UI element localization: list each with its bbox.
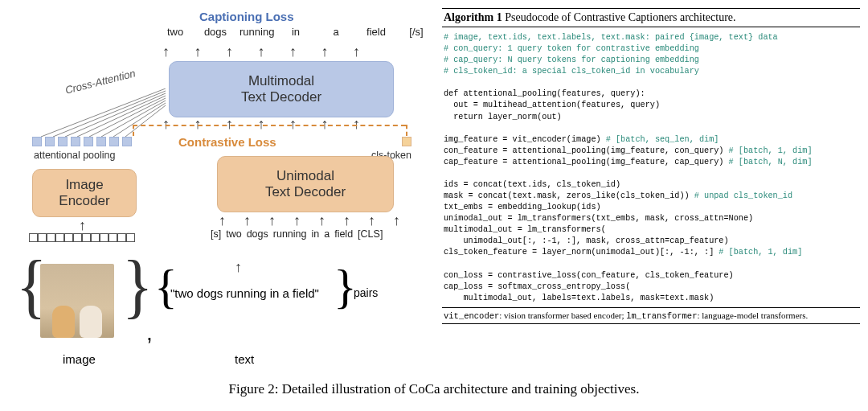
attentional-pooling-label: attentional pooling xyxy=(34,150,115,161)
algorithm-code: # image, text.ids, text.labels, text.mas… xyxy=(442,27,860,308)
svg-line-1 xyxy=(53,91,166,137)
out-tok-4: a xyxy=(320,26,352,38)
svg-line-3 xyxy=(77,96,166,137)
svg-line-0 xyxy=(41,88,166,137)
in-tok-2: dogs xyxy=(247,228,268,240)
example-caption-text: "two dogs running in a field" xyxy=(170,286,319,300)
svg-line-2 xyxy=(65,93,166,137)
input-tokens: [s] two dogs running in a field [CLS] xyxy=(211,228,383,240)
svg-line-7 xyxy=(125,105,166,137)
in-tok-3: running xyxy=(273,228,307,240)
algorithm-number: Algorithm 1 xyxy=(444,11,502,23)
foot-lm: lm_transformer xyxy=(626,311,697,321)
out-tok-3: in xyxy=(280,26,312,38)
cross-attention-lines xyxy=(37,88,166,137)
image-patch-tokens xyxy=(29,233,135,242)
svg-line-4 xyxy=(89,98,166,137)
cross-attention-label: Cross-Attention xyxy=(64,67,137,96)
arrow-text-brace: ↑ xyxy=(235,259,242,276)
mtd-line2: Text Decoder xyxy=(241,89,321,105)
foot-vit-desc: : vision transformer based encoder; xyxy=(499,310,626,320)
out-tok-6: [/s] xyxy=(400,26,432,38)
output-tokens: two dogs running in a field [/s] xyxy=(159,26,432,38)
imgenc-line1: Image xyxy=(65,177,103,193)
example-image-thumbnail xyxy=(40,264,114,338)
arrows-out: ↑↑↑↑↑↑↑ xyxy=(162,43,360,60)
text-label: text xyxy=(235,352,254,366)
foot-lm-desc: : language-model transformers. xyxy=(697,310,808,320)
figure-caption: Figure 2: Detailed illustration of CoCa … xyxy=(0,370,868,397)
architecture-diagram: Captioning Loss two dogs running in a fi… xyxy=(8,8,434,370)
figure-body: Captioning Loss two dogs running in a fi… xyxy=(0,0,868,370)
contrastive-dash-vl xyxy=(133,125,134,136)
in-tok-0: [s] xyxy=(211,228,221,240)
image-label: image xyxy=(63,352,96,366)
pairs-label: pairs xyxy=(354,286,378,299)
in-tok-6: field xyxy=(334,228,353,240)
out-tok-2: running xyxy=(240,26,272,38)
utd-line2: Text Decoder xyxy=(265,184,346,200)
in-tok-7: [CLS] xyxy=(358,228,383,240)
brace-right-icon: } xyxy=(122,245,153,326)
cls-token-box xyxy=(402,137,411,146)
utd-line1: Unimodal xyxy=(276,168,334,184)
captioning-loss-label: Captioning Loss xyxy=(199,10,294,23)
out-tok-0: two xyxy=(159,26,191,38)
algorithm-title: Algorithm 1 Pseudocode of Contrastive Ca… xyxy=(442,8,860,27)
out-tok-5: field xyxy=(360,26,392,38)
dog-1-shape xyxy=(52,306,75,338)
unimodal-text-decoder-box: Unimodal Text Decoder xyxy=(217,156,394,212)
algorithm-block: Algorithm 1 Pseudocode of Contrastive Ca… xyxy=(434,8,860,370)
in-tok-1: two xyxy=(226,228,241,240)
contrastive-dash-vr xyxy=(406,125,407,136)
foot-vit: vit_encoder xyxy=(444,311,499,321)
algorithm-title-text: Pseudocode of Contrastive Captioners arc… xyxy=(505,11,735,23)
dog-2-shape xyxy=(80,306,102,338)
svg-line-6 xyxy=(113,103,166,137)
comma-separator: , xyxy=(146,320,153,346)
out-tok-1: dogs xyxy=(199,26,231,38)
arrow-imgenc-in: ↑ xyxy=(79,217,86,234)
in-tok-4: in xyxy=(311,228,319,240)
contrastive-dash-h xyxy=(133,125,406,126)
imgenc-line2: Encoder xyxy=(59,193,109,209)
algorithm-footnote: vit_encoder: vision transformer based en… xyxy=(442,308,860,324)
contrastive-loss-label: Contrastive Loss xyxy=(178,135,276,149)
in-tok-5: a xyxy=(324,228,330,240)
attentional-pooling-tokens xyxy=(32,137,132,146)
image-encoder-box: Image Encoder xyxy=(32,169,137,217)
arrows-utd-in: ↑↑↑↑↑↑↑↑ xyxy=(219,212,400,229)
multimodal-text-decoder-box: Multimodal Text Decoder xyxy=(169,61,394,117)
mtd-line1: Multimodal xyxy=(248,73,314,89)
